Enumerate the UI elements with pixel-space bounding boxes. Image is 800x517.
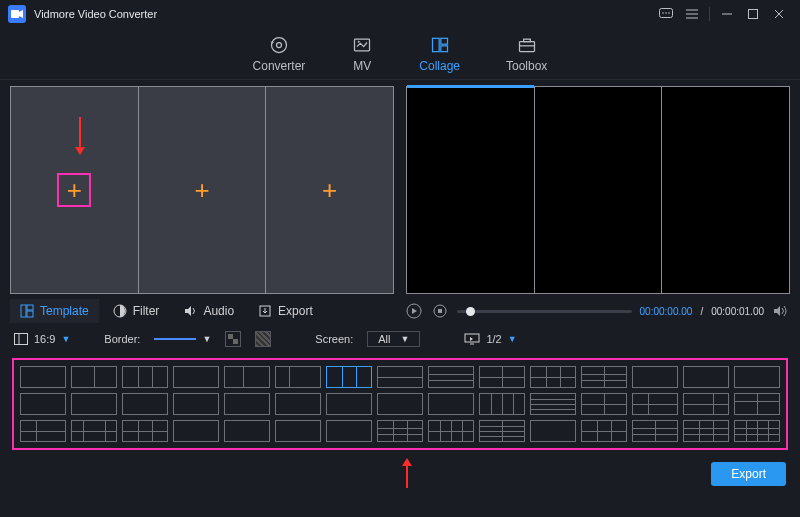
- template-item[interactable]: [479, 393, 525, 415]
- subtab-audio[interactable]: Audio: [173, 299, 244, 323]
- svg-point-15: [358, 40, 360, 42]
- svg-rect-20: [523, 39, 530, 42]
- template-item[interactable]: [734, 420, 780, 442]
- preview-slot: [535, 87, 663, 293]
- play-button[interactable]: [405, 302, 423, 320]
- caret-down-icon: ▼: [401, 334, 410, 344]
- tab-mv[interactable]: MV: [347, 28, 377, 79]
- feedback-button[interactable]: [653, 4, 679, 24]
- caret-down-icon: ▼: [61, 334, 70, 344]
- seek-thumb[interactable]: [466, 307, 475, 316]
- subtab-label: Filter: [133, 304, 160, 318]
- collage-icon: [429, 35, 451, 55]
- svg-rect-35: [465, 334, 479, 342]
- template-item[interactable]: [428, 393, 474, 415]
- template-item[interactable]: [71, 420, 117, 442]
- template-item[interactable]: [122, 366, 168, 388]
- template-item[interactable]: [632, 366, 678, 388]
- border-color-button[interactable]: [225, 331, 241, 347]
- svg-rect-30: [438, 309, 442, 313]
- template-item[interactable]: [71, 366, 117, 388]
- subtab-export[interactable]: Export: [248, 299, 323, 323]
- app-logo: [8, 5, 26, 23]
- template-item[interactable]: [530, 366, 576, 388]
- template-item[interactable]: [377, 366, 423, 388]
- svg-rect-31: [15, 334, 28, 345]
- subtab-template[interactable]: Template: [10, 299, 99, 323]
- svg-point-4: [668, 12, 670, 14]
- collage-slot-3[interactable]: +: [266, 87, 393, 293]
- template-item[interactable]: [530, 420, 576, 442]
- template-item[interactable]: [632, 393, 678, 415]
- svg-point-2: [662, 12, 664, 14]
- svg-rect-34: [233, 339, 238, 344]
- tab-converter[interactable]: Converter: [249, 28, 310, 79]
- border-style-select[interactable]: ▼: [154, 334, 211, 344]
- caret-down-icon: ▼: [508, 334, 517, 344]
- template-item[interactable]: [275, 420, 321, 442]
- template-item[interactable]: [530, 393, 576, 415]
- tab-label: Collage: [419, 59, 460, 73]
- template-item[interactable]: [581, 366, 627, 388]
- play-scale-select[interactable]: 1/2 ▼: [464, 333, 516, 345]
- template-item[interactable]: [428, 366, 474, 388]
- svg-rect-9: [749, 10, 758, 19]
- template-item[interactable]: [734, 366, 780, 388]
- template-item[interactable]: [377, 393, 423, 415]
- collage-slot-2[interactable]: +: [139, 87, 267, 293]
- template-item[interactable]: [632, 420, 678, 442]
- minimize-button[interactable]: [714, 4, 740, 24]
- template-item[interactable]: [428, 420, 474, 442]
- template-item[interactable]: [326, 393, 372, 415]
- template-item[interactable]: [71, 393, 117, 415]
- collage-slot-1[interactable]: +: [11, 87, 139, 293]
- template-item[interactable]: [326, 366, 372, 388]
- template-item[interactable]: [173, 366, 219, 388]
- screen-value: All: [378, 333, 390, 345]
- template-item[interactable]: [275, 366, 321, 388]
- tab-toolbox[interactable]: Toolbox: [502, 28, 551, 79]
- stop-button[interactable]: [431, 302, 449, 320]
- close-button[interactable]: [766, 4, 792, 24]
- template-item[interactable]: [683, 420, 729, 442]
- template-item[interactable]: [20, 366, 66, 388]
- template-item[interactable]: [122, 393, 168, 415]
- volume-button[interactable]: [772, 302, 790, 320]
- toolbox-icon: [516, 35, 538, 55]
- camera-icon: [11, 8, 23, 20]
- border-pattern-button[interactable]: [255, 331, 271, 347]
- template-item[interactable]: [683, 366, 729, 388]
- template-item[interactable]: [734, 393, 780, 415]
- svg-point-12: [271, 37, 286, 52]
- template-item[interactable]: [224, 420, 270, 442]
- export-button[interactable]: Export: [711, 462, 786, 486]
- screen-select[interactable]: All ▼: [367, 331, 420, 347]
- subtab-filter[interactable]: Filter: [103, 299, 170, 323]
- template-item[interactable]: [479, 366, 525, 388]
- template-item[interactable]: [275, 393, 321, 415]
- template-item[interactable]: [173, 420, 219, 442]
- template-item[interactable]: [581, 420, 627, 442]
- template-item[interactable]: [224, 393, 270, 415]
- seek-track[interactable]: [457, 310, 632, 313]
- template-item[interactable]: [479, 420, 525, 442]
- template-icon: [20, 304, 34, 318]
- template-item[interactable]: [224, 366, 270, 388]
- template-item[interactable]: [173, 393, 219, 415]
- template-item[interactable]: [683, 393, 729, 415]
- template-item[interactable]: [326, 420, 372, 442]
- tab-label: Converter: [253, 59, 306, 73]
- aspect-ratio-select[interactable]: 16:9 ▼: [14, 333, 70, 345]
- ratio-icon: [14, 333, 28, 345]
- menu-button[interactable]: [679, 4, 705, 24]
- svg-rect-19: [519, 41, 534, 51]
- template-item[interactable]: [122, 420, 168, 442]
- maximize-button[interactable]: [740, 4, 766, 24]
- tab-collage[interactable]: Collage: [415, 28, 464, 79]
- template-item[interactable]: [377, 420, 423, 442]
- template-item[interactable]: [20, 393, 66, 415]
- title-bar: Vidmore Video Converter: [0, 0, 800, 28]
- template-item[interactable]: [20, 420, 66, 442]
- template-item[interactable]: [581, 393, 627, 415]
- subtab-label: Template: [40, 304, 89, 318]
